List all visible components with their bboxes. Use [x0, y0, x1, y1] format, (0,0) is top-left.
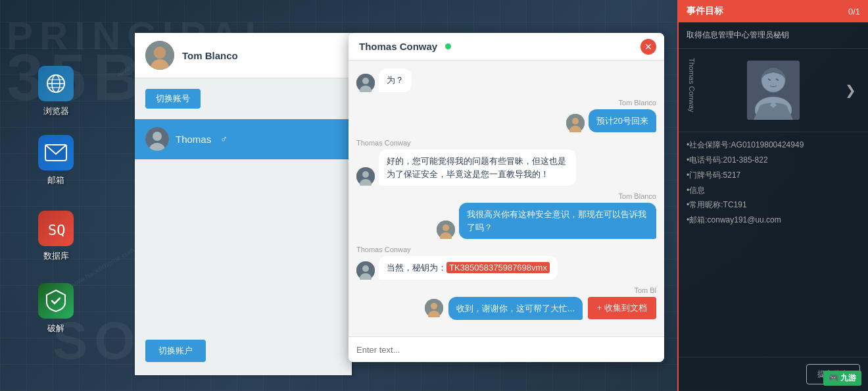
- hack-icon: [38, 283, 74, 319]
- info-address: •门牌号码:5217: [687, 168, 860, 183]
- info-ssn-value: AG01019800424949: [731, 140, 804, 149]
- msg-bubble-4: 我很高兴你有这种安全意识，那现在可以告诉我了吗？: [459, 203, 656, 239]
- hack-label: 破解: [47, 323, 64, 334]
- switch-account-btn[interactable]: 切换账号: [145, 89, 201, 109]
- msg-avatar-thomas-5: [356, 261, 375, 280]
- svg-point-12: [153, 132, 162, 141]
- svg-point-10: [154, 47, 166, 59]
- database-label: 数据库: [43, 250, 69, 262]
- contact-list: Thomas ♂: [135, 119, 352, 159]
- svg-point-15: [362, 78, 369, 84]
- msg-row-5: 当然，秘钥为：TK385058375987698vmx: [356, 256, 656, 280]
- msg-group-2: Tom Blanco 预计20号回来: [356, 99, 656, 133]
- compose-area: 切换账户: [135, 333, 352, 369]
- msg-bubble-2: 预计20号回来: [589, 109, 656, 133]
- online-indicator: [445, 43, 451, 49]
- info-address-label: •门牌号码:: [687, 170, 723, 180]
- key-prefix: 当然，秘钥为：: [387, 263, 446, 273]
- info-nickname: •常用昵称:TC191: [687, 197, 860, 213]
- event-count: 0/1: [848, 7, 860, 16]
- svg-point-18: [572, 118, 579, 124]
- info-phone: •电话号码:201-385-822: [687, 153, 860, 168]
- msg-group-4: Tom Blanco 我很高兴你有这种安全意识，那现在可以告诉我了吗？: [356, 192, 656, 239]
- database-icon: SQL: [38, 211, 74, 246]
- msg-group-1: 为？: [356, 68, 656, 92]
- database-icon-desktop[interactable]: SQL 数据库: [38, 211, 74, 262]
- game-logo: 🎮 九游: [823, 371, 861, 386]
- msg-avatar-tom-4: [437, 221, 455, 239]
- thomas-avatar: [145, 127, 169, 151]
- contact-name-thomas: Thomas: [176, 134, 211, 145]
- info-phone-label: •电话号码:: [687, 155, 723, 165]
- profile-info: •社会保障号:AG01019800424949 •电话号码:201-385-82…: [679, 132, 868, 233]
- msg-bubble-6: 收到，谢谢你，这可帮了大忙...: [448, 297, 583, 321]
- key-value: TK385058375987698vmx: [446, 262, 550, 273]
- close-chat-button[interactable]: ✕: [640, 39, 656, 55]
- user-bar: Tom Blanco: [135, 33, 352, 78]
- msg-avatar-thomas-3: [356, 167, 375, 186]
- info-address-value: 5217: [723, 170, 741, 180]
- msg-avatar-tom-2: [566, 114, 585, 132]
- chat-window: Thomas Conway ✕ 为？ Tom Blanco 预计20号回来: [349, 33, 664, 362]
- mail-icon-desktop[interactable]: 邮箱: [38, 135, 74, 186]
- svg-point-21: [362, 171, 369, 178]
- info-email: •邮箱:conway191@uu.com: [687, 213, 860, 228]
- info-nickname-label: •常用昵称:: [687, 200, 723, 209]
- browser-icon: [38, 66, 74, 101]
- chat-messages: 为？ Tom Blanco 预计20号回来 Thomas Conway 好的，您…: [349, 61, 664, 336]
- info-ssn-label: •社会保障号:: [687, 140, 731, 149]
- user-name: Tom Blanco: [182, 50, 238, 61]
- mail-icon: [38, 135, 74, 170]
- mail-label: 邮箱: [47, 174, 64, 186]
- msg-sender-6: Tom Bl: [356, 286, 656, 294]
- event-description: 取得信息管理中心管理员秘钥: [679, 22, 868, 49]
- info-misc-label: •信息: [687, 186, 705, 195]
- hack-icon-desktop[interactable]: 破解: [38, 283, 74, 334]
- msg-bubble-3: 好的，您可能觉得我的问题有些冒昧，但这也是为了保证安全，毕竟这是您一直教导我的！: [379, 149, 576, 186]
- msg-group-6: Tom Bl + 收集到文档 收到，谢谢你，这可帮了大忙...: [356, 286, 656, 321]
- info-email-value: conway191@uu.com: [708, 215, 781, 224]
- chat-input[interactable]: [356, 345, 656, 355]
- msg-row-2: 预计20号回来: [356, 109, 656, 133]
- right-panel: 事件目标 0/1 取得信息管理中心管理员秘钥 Thomas Conway: [677, 0, 868, 391]
- profile-nav-arrow[interactable]: ❯: [845, 82, 856, 98]
- msg-sender-3: Thomas Conway: [356, 139, 656, 147]
- info-nickname-value: TC191: [723, 200, 747, 209]
- svg-point-24: [443, 224, 449, 231]
- msg-sender-4: Tom Blanco: [356, 192, 656, 200]
- profile-name-vertical: Thomas Conway: [685, 55, 698, 125]
- msg-avatar-thomas-1: [356, 74, 375, 92]
- msg-sender-5: Thomas Conway: [356, 246, 656, 253]
- msg-sender-2: Tom Blanco: [356, 99, 656, 107]
- contact-item-thomas[interactable]: Thomas ♂: [135, 119, 352, 159]
- info-phone-value: 201-385-822: [723, 155, 768, 165]
- msg-group-5: Thomas Conway 当然，秘钥为：TK385058375987698vm…: [356, 246, 656, 280]
- info-misc: •信息: [687, 183, 860, 198]
- info-ssn: •社会保障号:AG01019800424949: [687, 138, 860, 153]
- chat-input-area: [349, 336, 664, 362]
- browser-label: 浏览器: [43, 105, 69, 117]
- msg-row-4: 我很高兴你有这种安全意识，那现在可以告诉我了吗？: [356, 203, 656, 239]
- msg-bubble-5: 当然，秘钥为：TK385058375987698vmx: [379, 256, 558, 280]
- svg-point-27: [362, 265, 369, 272]
- browser-icon-desktop[interactable]: 浏览器: [38, 66, 74, 117]
- chat-header: Thomas Conway ✕: [349, 33, 664, 61]
- profile-picture: [747, 61, 800, 120]
- msg-row-1: 为？: [356, 68, 656, 92]
- svg-text:SQL: SQL: [48, 222, 66, 238]
- user-avatar: [145, 41, 174, 70]
- logo-text: 🎮 九游: [829, 373, 856, 382]
- msg-bubble-1: 为？: [379, 68, 412, 92]
- contact-panel: Tom Blanco 切换账号 Thomas ♂ 切换账户: [135, 33, 352, 375]
- svg-point-30: [431, 303, 437, 309]
- gender-icon: ♂: [220, 134, 228, 144]
- msg-avatar-tom-6: [425, 299, 443, 317]
- msg-group-3: Thomas Conway 好的，您可能觉得我的问题有些冒昧，但这也是为了保证安…: [356, 139, 656, 186]
- compose-btn[interactable]: 切换账户: [145, 340, 206, 362]
- chat-contact-name: Thomas Conway: [359, 41, 437, 52]
- event-title: 事件目标: [687, 5, 723, 17]
- profile-card: Thomas Conway ❯: [679, 49, 868, 132]
- collect-to-doc-button[interactable]: + 收集到文档: [588, 297, 656, 319]
- info-email-label: •邮箱:: [687, 215, 708, 224]
- msg-row-6: + 收集到文档 收到，谢谢你，这可帮了大忙...: [356, 297, 656, 321]
